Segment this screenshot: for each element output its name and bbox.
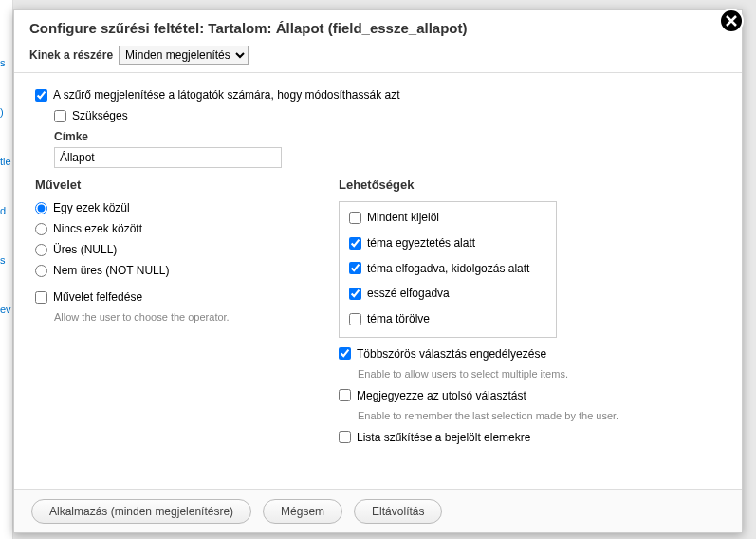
expose-filter-checkbox[interactable] — [35, 89, 47, 102]
option-label: téma egyeztetés alatt — [367, 235, 475, 251]
limit-checkbox[interactable] — [339, 431, 351, 443]
required-label: Szükséges — [72, 109, 128, 122]
operator-radio[interactable] — [35, 244, 47, 256]
option-checkbox[interactable] — [349, 313, 361, 325]
option-label: téma törölve — [367, 311, 430, 327]
option-label: Mindent kijelöl — [367, 210, 439, 226]
option-checkbox[interactable] — [349, 237, 361, 250]
limit-row: Lista szűkítése a bejelölt elemekre — [339, 431, 727, 444]
expose-operator-label: Művelet felfedése — [53, 290, 142, 304]
modal-title: Configure szűrési feltétel: Tartalom: Ál… — [29, 20, 727, 36]
expose-for-row: Kinek a részére Minden megjelenítés — [29, 46, 727, 65]
allow-multiple-label: Többszörös választás engedélyezése — [357, 347, 546, 361]
expose-for-select[interactable]: Minden megjelenítés — [119, 46, 249, 65]
options-heading: Lehetőségek — [339, 177, 727, 192]
operator-radio-label: Egy ezek közül — [53, 201, 130, 214]
remove-button[interactable]: Eltávolítás — [354, 499, 442, 524]
option-checkbox[interactable] — [349, 212, 361, 224]
operator-radio[interactable] — [35, 202, 47, 214]
expose-operator-row: Művelet felfedése — [35, 290, 301, 304]
option-checkbox[interactable] — [349, 262, 361, 274]
operator-option: Nem üres (NOT NULL) — [35, 264, 301, 277]
limit-label: Lista szűkítése a bejelölt elemekre — [357, 431, 530, 444]
remember-row: Megjegyezze az utolsó választást — [339, 389, 727, 402]
option-checkbox[interactable] — [349, 288, 361, 300]
modal-header: Configure szűrési feltétel: Tartalom: Ál… — [14, 10, 742, 73]
option-row: téma elfogadva, kidolgozás alatt — [349, 261, 546, 277]
operator-radio-label: Nem üres (NOT NULL) — [53, 264, 169, 277]
required-row: Szükséges — [54, 109, 727, 122]
option-label: téma elfogadva, kidolgozás alatt — [367, 261, 529, 277]
operator-radio-label: Nincs ezek között — [53, 222, 142, 235]
options-box: Mindent kijelöl téma egyeztetés alatt té… — [339, 201, 557, 338]
expose-for-label: Kinek a részére — [29, 48, 113, 62]
expose-operator-checkbox[interactable] — [35, 291, 47, 304]
option-row: téma törölve — [349, 311, 546, 327]
option-label: esszé elfogadva — [367, 286, 450, 302]
cimke-input[interactable] — [54, 147, 282, 168]
operator-heading: Művelet — [35, 177, 301, 192]
operator-radio[interactable] — [35, 265, 47, 277]
allow-multiple-row: Többszörös választás engedélyezése — [339, 347, 727, 361]
config-modal: Configure szűrési feltétel: Tartalom: Ál… — [13, 9, 743, 533]
expose-filter-label: A szűrő megjelenítése a látogatók számár… — [53, 88, 400, 102]
option-row: téma egyeztetés alatt — [349, 235, 546, 251]
remember-label: Megjegyezze az utolsó választást — [357, 389, 526, 402]
cimke-heading: Címke — [54, 130, 727, 143]
remember-checkbox[interactable] — [339, 389, 351, 401]
option-row: esszé elfogadva — [349, 286, 546, 302]
modal-body: A szűrő megjelenítése a látogatók számár… — [14, 79, 742, 489]
operator-column: Művelet Egy ezek közül Nincs ezek között… — [35, 177, 301, 452]
close-icon — [726, 15, 737, 27]
close-button[interactable] — [719, 9, 744, 33]
allow-multiple-checkbox[interactable] — [339, 347, 351, 360]
required-checkbox[interactable] — [54, 110, 66, 122]
modal-footer: Alkalmazás (minden megjelenítésre) Mégse… — [14, 489, 742, 532]
operator-radio[interactable] — [35, 223, 47, 235]
operator-option: Egy ezek közül — [35, 201, 301, 214]
cancel-button[interactable]: Mégsem — [263, 499, 342, 524]
expose-operator-help: Allow the user to choose the operator. — [54, 311, 301, 323]
background-leak: s)tledsev — [0, 0, 13, 539]
operator-option: Üres (NULL) — [35, 243, 301, 256]
option-row: Mindent kijelöl — [349, 210, 546, 226]
operator-radio-label: Üres (NULL) — [53, 243, 117, 256]
options-column: Lehetőségek Mindent kijelöl téma egyezte… — [339, 177, 727, 452]
apply-button[interactable]: Alkalmazás (minden megjelenítésre) — [31, 499, 251, 524]
allow-multiple-help: Enable to allow users to select multiple… — [358, 368, 727, 380]
expose-filter-row: A szűrő megjelenítése a látogatók számár… — [35, 88, 727, 102]
operator-option: Nincs ezek között — [35, 222, 301, 235]
remember-help: Enable to remember the last selection ma… — [358, 410, 727, 421]
